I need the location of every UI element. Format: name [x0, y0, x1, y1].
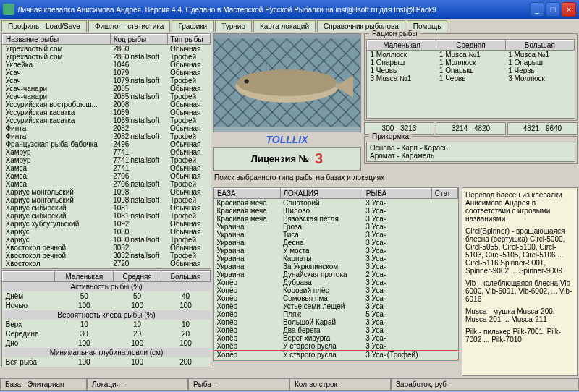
- license-label: Лицензия №: [251, 153, 309, 164]
- table-row[interactable]: Угрехвостый сом2860Обычная: [3, 45, 211, 54]
- table-row[interactable]: УкраинаДунайская протока2 Усач: [214, 270, 458, 278]
- feed-fieldset: Прикормка Основа - Карп - КарасьАромат -…: [364, 136, 578, 164]
- table-row[interactable]: 3 Musca №11 Червь3 Моллюск: [368, 74, 575, 82]
- titlebar: Личная клевалка Анисимова Андрея. Версия…: [0, 0, 579, 19]
- table-row: Ночью100100100: [3, 301, 211, 310]
- table-row[interactable]: ХопёрДубрава3 Усач: [214, 278, 458, 286]
- table-row[interactable]: 1 Моллюск1 Musca №11 Musca №1: [368, 51, 575, 59]
- table-row[interactable]: Хариус монгольский1098Обычная: [3, 188, 211, 196]
- column-header[interactable]: Тип рыбы: [167, 35, 210, 45]
- location-table[interactable]: БАЗАЛОКАЦИЯРЫБАСтатКрасивая мечаСанатори…: [213, 187, 459, 361]
- table-row[interactable]: Финта2082installsoftТрофей: [3, 132, 211, 140]
- column-header[interactable]: Код рыбы: [110, 35, 167, 45]
- table-row: Днём505040: [3, 291, 211, 301]
- table-row[interactable]: Хвостокол2720Обычная: [3, 260, 211, 268]
- table-row[interactable]: ХопёрУ старого русла3 Усач: [214, 342, 458, 351]
- table-row[interactable]: ХопёрДва берега3 Усач: [214, 326, 458, 334]
- table-row[interactable]: Уклейка1046Обычная: [3, 61, 211, 69]
- close-button[interactable]: ×: [562, 2, 576, 17]
- feed-content: Основа - Карп - КарасьАромат - Карамель: [366, 142, 575, 162]
- table-row[interactable]: Хамса2706installsoftТрофей: [3, 180, 211, 188]
- column-header[interactable]: БАЗА: [214, 189, 281, 199]
- table-row[interactable]: Хвостокол речной3032Обычная: [3, 244, 211, 252]
- table-row[interactable]: 1 Червь1 Опарыш1 Червь: [368, 67, 575, 74]
- table-row[interactable]: Хвостокол речной3032installsoftТрофей: [3, 252, 211, 260]
- table-row[interactable]: Хамса2741Обычная: [3, 164, 211, 172]
- status-cell: Кол-во строк -: [290, 378, 391, 391]
- table-row[interactable]: ЭлитарнаяЗатон3 Усач: [214, 359, 458, 362]
- table-row[interactable]: ХопёрБерег хирурга3 Усач: [214, 334, 458, 342]
- table-row[interactable]: Финта2082Обычная: [3, 124, 211, 132]
- table-row: Середина302020: [3, 329, 211, 338]
- minimize-button[interactable]: _: [530, 2, 544, 17]
- table-row[interactable]: УкраинаДесна3 Усач: [214, 239, 458, 247]
- tab-турнир[interactable]: Турнир: [215, 20, 252, 32]
- table-row[interactable]: УкраинаЗа Укрюпинском3 Усач: [214, 263, 458, 270]
- table-row: Верх101010: [3, 320, 211, 329]
- fish-table[interactable]: Название рыбыКод рыбыТип рыбыУгрехвостый…: [1, 33, 211, 269]
- table-row[interactable]: Угрехвостый сом2860installsoftТрофей: [3, 53, 211, 61]
- fish-image: [213, 33, 361, 132]
- status-cell: Заработок, руб -: [391, 378, 579, 391]
- table-row[interactable]: Усач1079installsoftТрофей: [3, 77, 211, 85]
- table-row[interactable]: Усач1079Обычная: [3, 69, 211, 77]
- table-row[interactable]: Хамрур7741Обычная: [3, 148, 211, 156]
- table-row[interactable]: Хариус хубсугульский1092Обычная: [3, 220, 211, 228]
- column-header[interactable]: Название рыбы: [3, 35, 111, 45]
- table-row[interactable]: Хариус монгольский1098installsoftТрофей: [3, 196, 211, 204]
- table-row[interactable]: УкраинаТиса3 Усач: [214, 231, 458, 239]
- brand-label: TOLLLIX: [213, 132, 361, 147]
- license-number: 3: [315, 150, 323, 167]
- stats-table: МаленькаяСредняяБольшаяАктивность рыбы (…: [1, 270, 211, 367]
- table-row[interactable]: Красивая мечаСанаторий3 Усач: [214, 199, 458, 208]
- column-header[interactable]: Стат: [431, 189, 457, 199]
- table-row[interactable]: ХопёрУ старого русла3 Усач(Трофей): [214, 351, 458, 359]
- table-row: Вся рыба100100200: [3, 357, 211, 367]
- table-row[interactable]: 1 Опарыш1 Моллюск1 Опарыш: [368, 59, 575, 67]
- table-row[interactable]: Хариус сибирский1081installsoftТрофей: [3, 212, 211, 220]
- table-row[interactable]: ХопёрБольшой Карай3 Усач: [214, 318, 458, 326]
- table-row[interactable]: ХопёрПляж5 Усач: [214, 310, 458, 318]
- column-header[interactable]: РЫБА: [363, 189, 431, 199]
- table-row[interactable]: Хариус1080Обычная: [3, 228, 211, 236]
- table-row[interactable]: Уссурийская касатка1069installsoftТрофей: [3, 116, 211, 124]
- table-row[interactable]: Красивая мечаВязовская петля3 Усач: [214, 215, 458, 223]
- table-row[interactable]: Уссурийская касатка1069Обычная: [3, 108, 211, 116]
- hint-panel[interactable]: Перевод блёсен из клевалки Анисимова Анд…: [462, 187, 578, 376]
- table-row[interactable]: Хвостокол2720installsoftТрофей: [3, 268, 211, 269]
- table-row[interactable]: Хариус сибирский1081Обычная: [3, 204, 211, 212]
- svg-point-4: [245, 79, 249, 83]
- table-row[interactable]: УкраинаКарпаты3 Усач: [214, 255, 458, 263]
- status-cell: Рыба -: [188, 378, 290, 391]
- table-row[interactable]: Уссурийская востробрюш...2008Обычная: [3, 101, 211, 108]
- table-row: Дно100100100: [3, 338, 211, 348]
- weight-range: 4821 - 9640: [507, 122, 578, 135]
- table-row[interactable]: ХопёрСомовья яма3 Усач: [214, 294, 458, 302]
- table-row[interactable]: Хариус1080installsoftТрофей: [3, 236, 211, 244]
- table-row[interactable]: Усач-чанари2085installsoftТрофей: [3, 93, 211, 101]
- status-cell: База - Элитарная: [0, 378, 87, 391]
- table-row[interactable]: УкраинаУ моста3 Усач: [214, 247, 458, 255]
- weight-range: 3214 - 4820: [436, 122, 506, 135]
- table-row[interactable]: Красивая мечаШилово3 Усач: [214, 207, 458, 215]
- table-row[interactable]: ХопёрУстье семи лещей3 Усач: [214, 302, 458, 310]
- bait-table[interactable]: МаленькаяСредняяБольшая1 Моллюск1 Musca …: [366, 39, 575, 119]
- tab-карта-локаций[interactable]: Карта локаций: [253, 20, 316, 32]
- table-row[interactable]: ХопёрКоровий плёс3 Усач: [214, 286, 458, 294]
- maximize-button[interactable]: □: [546, 2, 560, 17]
- feed-legend: Прикормка: [369, 132, 412, 140]
- table-row[interactable]: Хамрур7741installsoftТрофей: [3, 156, 211, 164]
- statusbar: База - ЭлитарнаяЛокация - Рыба - Кол-во …: [0, 378, 579, 391]
- search-label: Поиск выбранного типа рыбы на базах и ло…: [213, 171, 578, 184]
- window-title: Личная клевалка Анисимова Андрея. Версия…: [17, 6, 528, 14]
- table-row[interactable]: Французская рыба-бабочка2496Обычная: [3, 140, 211, 148]
- tab-профиль-load-save[interactable]: Профиль - Load/Save: [1, 20, 87, 32]
- main-tabs: Профиль - Load/SaveФишлог - статистикаГр…: [0, 19, 579, 32]
- column-header[interactable]: ЛОКАЦИЯ: [280, 189, 363, 199]
- tab-графики[interactable]: Графики: [172, 20, 214, 32]
- table-row[interactable]: Усач-чанари2085Обычная: [3, 85, 211, 93]
- table-row[interactable]: УкраинаГроза3 Усач: [214, 223, 458, 231]
- table-row[interactable]: Хамса2706Обычная: [3, 172, 211, 180]
- tab-фишлог-статистика[interactable]: Фишлог - статистика: [88, 20, 171, 32]
- app-icon: [3, 4, 14, 15]
